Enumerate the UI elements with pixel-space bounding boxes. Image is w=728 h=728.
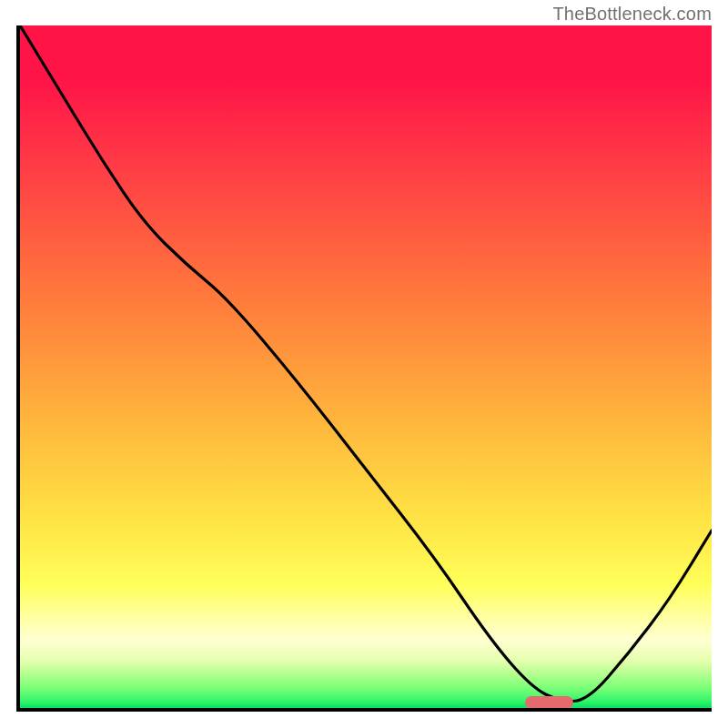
bottleneck-curve (20, 25, 712, 708)
attribution-label: TheBottleneck.com (552, 4, 712, 25)
plot-area (16, 25, 712, 712)
chart-container: TheBottleneck.com (0, 0, 728, 728)
optimal-marker (525, 696, 573, 709)
